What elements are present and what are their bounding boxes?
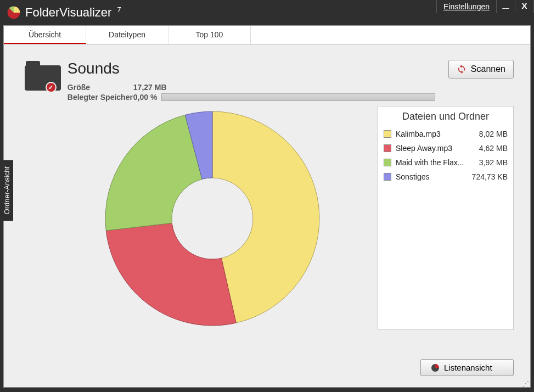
app-version: 7 [117, 5, 121, 14]
legend-panel: Dateien und Ordner Kalimba.mp38,02 MBSle… [378, 106, 514, 330]
app-logo-icon [7, 5, 21, 20]
header-row: Sounds Größe 17,27 MB Belegter Speicher … [25, 60, 514, 102]
main-area: Sounds Größe 17,27 MB Belegter Speicher … [4, 44, 530, 387]
minimize-button[interactable]: _ [497, 0, 515, 13]
refresh-icon [457, 64, 466, 74]
content-frame: Übersicht Dateitypen Top 100 Ordner-Ansi… [3, 25, 531, 388]
legend-row[interactable]: Sleep Away.mp34,62 MB [384, 141, 508, 155]
legend-swatch-icon [384, 144, 391, 152]
body-row: Dateien und Ordner Kalimba.mp38,02 MBSle… [25, 106, 514, 355]
tab-bar: Übersicht Dateitypen Top 100 [4, 26, 530, 44]
legend-item-size: 8,02 MB [479, 130, 508, 138]
tab-top100[interactable]: Top 100 [168, 26, 251, 44]
legend-row[interactable]: Maid with the Flax...3,92 MB [384, 155, 508, 170]
list-view-label: Listenansicht [444, 363, 492, 372]
legend-item-name: Sonstiges [396, 172, 468, 181]
svg-point-1 [172, 178, 252, 259]
close-button[interactable]: X [515, 0, 534, 13]
checkmark-badge-icon [46, 82, 57, 93]
pie-icon [431, 363, 440, 372]
folder-info: Sounds Größe 17,27 MB Belegter Speicher … [68, 60, 435, 102]
footer-row: Listenansicht [25, 359, 514, 376]
legend-item-size: 724,73 KB [472, 172, 508, 181]
list-view-button[interactable]: Listenansicht [420, 359, 514, 376]
settings-link[interactable]: Einstellungen [436, 0, 497, 13]
resize-grip-icon[interactable]: ⋰ [522, 382, 529, 386]
size-label: Größe [68, 83, 133, 92]
used-value: 0,00 % [133, 93, 158, 102]
legend-item-name: Kalimba.mp3 [396, 130, 475, 138]
legend-row[interactable]: Kalimba.mp38,02 MB [384, 127, 508, 141]
tab-filetypes[interactable]: Dateitypen [86, 26, 168, 44]
legend-item-name: Maid with the Flax... [396, 158, 475, 167]
tab-overview[interactable]: Übersicht [4, 26, 86, 44]
legend-item-size: 3,92 MB [479, 158, 508, 167]
legend-item-size: 4,62 MB [479, 144, 508, 153]
used-label: Belegter Speicher [68, 93, 133, 102]
legend-swatch-icon [384, 130, 391, 138]
titlebar-controls: Einstellungen _ X [436, 0, 534, 13]
legend-swatch-icon [384, 173, 391, 181]
legend-swatch-icon [384, 159, 391, 166]
size-value: 17,27 MB [133, 83, 435, 92]
donut-chart [25, 106, 361, 355]
app-name: FolderVisualizer [25, 5, 111, 19]
legend-row[interactable]: Sonstiges724,73 KB [384, 170, 508, 184]
scan-button[interactable]: Scannen [448, 60, 514, 79]
folder-icon [25, 60, 54, 91]
legend-item-name: Sleep Away.mp3 [396, 144, 475, 153]
legend-title: Dateien und Ordner [384, 111, 508, 122]
app-title: FolderVisualizer 7 [25, 5, 121, 20]
folder-name: Sounds [68, 60, 435, 77]
used-bar: 0,00 % [133, 93, 435, 102]
scan-button-label: Scannen [471, 64, 505, 74]
side-tab-folder-view[interactable]: Ordner-Ansicht [1, 160, 13, 221]
title-bar: FolderVisualizer 7 Einstellungen _ X [0, 0, 534, 25]
progress-bar [161, 93, 435, 101]
